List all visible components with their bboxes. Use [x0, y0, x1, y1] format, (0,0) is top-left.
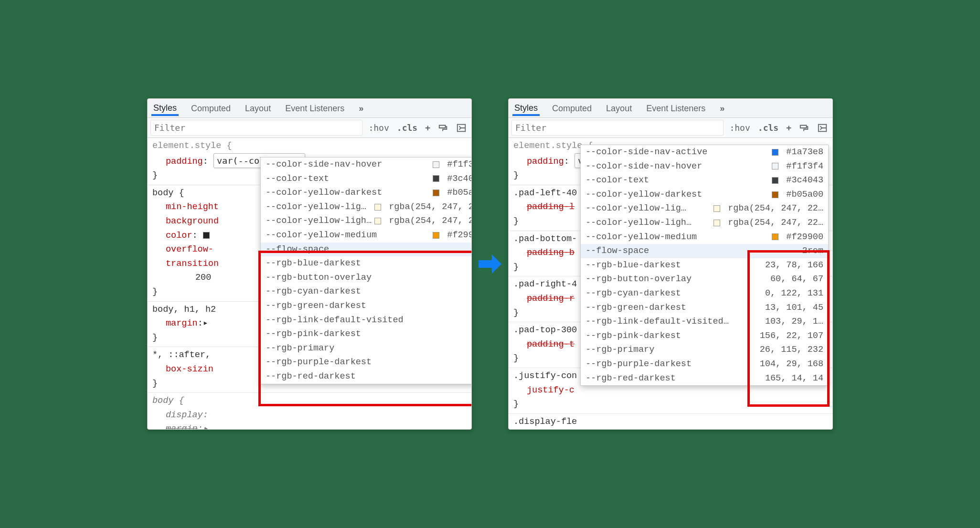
autocomplete-dropdown[interactable]: --color-side-nav-active#1a73e8--color-si… — [580, 145, 829, 386]
cls-toggle[interactable]: .cls — [756, 122, 780, 134]
property-name[interactable]: padding-b — [513, 248, 575, 258]
css-var-name: --rgb-pink-darkest — [266, 327, 471, 341]
css-var-value: rgba(254, 247, 22… — [389, 200, 471, 214]
autocomplete-item[interactable]: --rgb-primary — [261, 341, 471, 356]
autocomplete-item[interactable]: --color-yellow-medium#f29900 — [261, 228, 471, 243]
property-name[interactable]: padding — [513, 157, 564, 167]
autocomplete-dropdown[interactable]: --color-side-nav-hover#f1f3f4--color-tex… — [260, 157, 471, 384]
autocomplete-item[interactable]: --rgb-button-overlay — [261, 271, 471, 285]
autocomplete-item[interactable]: --color-yellow-lig…rgba(254, 247, 22… — [261, 200, 471, 214]
tab-styles[interactable]: Styles — [151, 100, 179, 116]
autocomplete-item[interactable]: --rgb-cyan-darkest — [261, 285, 471, 299]
tab-computed[interactable]: Computed — [189, 101, 233, 116]
css-var-name: --color-text — [586, 173, 772, 188]
tab-more[interactable]: » — [357, 101, 366, 116]
property-name[interactable]: background — [152, 216, 219, 226]
value-continuation: 200 — [152, 273, 211, 283]
css-var-value: 103, 29, 1… — [765, 315, 823, 329]
tab-event-listeners[interactable]: Event Listeners — [644, 101, 707, 116]
tab-styles[interactable]: Styles — [512, 100, 540, 116]
rule-body-ua[interactable]: body { display: margin:▸ — [148, 393, 471, 429]
tab-bar: Styles Computed Layout Event Listeners » — [148, 99, 471, 118]
autocomplete-item[interactable]: --rgb-primary26, 115, 232 — [581, 343, 828, 357]
autocomplete-item[interactable]: --rgb-green-darkest — [261, 299, 471, 313]
css-var-name: --rgb-blue-darkest — [586, 258, 760, 273]
selector-text: .justify-con — [513, 371, 577, 381]
rule-close-brace: } — [513, 399, 519, 409]
property-name[interactable]: margin — [152, 424, 198, 429]
autocomplete-item[interactable]: --rgb-green-darkest13, 101, 45 — [581, 301, 828, 315]
filter-input[interactable] — [150, 120, 362, 136]
autocomplete-item[interactable]: --color-text#3c4043 — [261, 172, 471, 186]
tab-layout[interactable]: Layout — [243, 101, 273, 116]
property-name[interactable]: transition — [152, 259, 219, 269]
dock-icon[interactable] — [454, 122, 469, 134]
autocomplete-item[interactable]: --rgb-purple-darkest104, 29, 168 — [581, 357, 828, 371]
autocomplete-item[interactable]: --rgb-red-darkest165, 14, 14 — [581, 371, 828, 386]
autocomplete-item[interactable]: --color-yellow-darkest#b05a00 — [581, 188, 828, 202]
color-swatch — [374, 204, 381, 211]
css-var-value: 26, 115, 232 — [760, 343, 823, 357]
dock-icon[interactable] — [815, 122, 830, 134]
autocomplete-item[interactable]: --flow-space — [261, 243, 471, 257]
autocomplete-item[interactable]: --rgb-pink-darkest — [261, 327, 471, 341]
autocomplete-item[interactable]: --color-side-nav-hover#f1f3f4 — [581, 159, 828, 174]
autocomplete-item[interactable]: --rgb-button-overlay60, 64, 67 — [581, 272, 828, 286]
autocomplete-item[interactable]: --color-yellow-lig…rgba(254, 247, 22… — [581, 201, 828, 216]
property-name[interactable]: box-sizin — [152, 364, 213, 374]
color-swatch — [433, 175, 439, 182]
css-var-name: --rgb-cyan-darkest — [266, 285, 471, 299]
property-name[interactable]: color — [152, 231, 192, 241]
property-name[interactable]: overflow- — [152, 244, 213, 254]
tab-layout[interactable]: Layout — [604, 101, 634, 116]
color-swatch[interactable] — [203, 232, 210, 239]
tab-more[interactable]: » — [718, 101, 727, 116]
cls-toggle[interactable]: .cls — [395, 122, 419, 134]
autocomplete-item[interactable]: --color-text#3c4043 — [581, 173, 828, 188]
rule-close-brace: } — [152, 333, 158, 343]
property-name[interactable]: padding-r — [513, 294, 575, 304]
property-name[interactable]: min-height — [152, 202, 219, 212]
css-var-value: #3c4043 — [786, 173, 823, 188]
paint-icon[interactable] — [797, 122, 811, 134]
new-rule-button[interactable]: + — [423, 122, 432, 134]
css-var-value: 23, 78, 166 — [765, 258, 823, 273]
property-name[interactable]: padding-l — [513, 202, 575, 212]
autocomplete-item[interactable]: --rgb-link-default-visited…103, 29, 1… — [581, 315, 828, 329]
autocomplete-item[interactable]: --color-yellow-ligh…rgba(254, 247, 22… — [581, 216, 828, 230]
autocomplete-item[interactable]: --rgb-purple-darkest — [261, 355, 471, 370]
hov-toggle[interactable]: :hov — [727, 122, 752, 134]
css-var-name: --color-yellow-lig… — [586, 201, 714, 216]
autocomplete-item[interactable]: --color-side-nav-hover#f1f3f4 — [261, 158, 471, 172]
autocomplete-item[interactable]: --rgb-cyan-darkest0, 122, 131 — [581, 286, 828, 301]
css-var-value: 156, 22, 107 — [760, 329, 823, 343]
rule-display-flex[interactable]: .display-fle — [509, 414, 832, 429]
property-name[interactable]: justify-c — [513, 385, 575, 395]
autocomplete-item[interactable]: --rgb-blue-darkest23, 78, 166 — [581, 258, 828, 273]
autocomplete-item[interactable]: --color-yellow-darkest#b05a00 — [261, 186, 471, 200]
paint-icon[interactable] — [436, 122, 450, 134]
autocomplete-item[interactable]: --color-side-nav-active#1a73e8 — [581, 145, 828, 159]
property-name[interactable]: display — [152, 410, 203, 420]
autocomplete-item[interactable]: --rgb-pink-darkest156, 22, 107 — [581, 329, 828, 343]
autocomplete-item[interactable]: --rgb-blue-darkest — [261, 256, 471, 271]
property-name[interactable]: margin — [152, 318, 198, 328]
new-rule-button[interactable]: + — [784, 122, 793, 134]
hov-toggle[interactable]: :hov — [366, 122, 391, 134]
autocomplete-item[interactable]: --rgb-red-darkest — [261, 370, 471, 384]
tab-computed[interactable]: Computed — [550, 101, 594, 116]
selector-text: .pad-top-300 — [513, 325, 577, 335]
css-var-value: #f1f3f4 — [786, 159, 823, 174]
autocomplete-item[interactable]: --rgb-link-default-visited — [261, 313, 471, 327]
tab-bar: Styles Computed Layout Event Listeners » — [509, 99, 832, 118]
autocomplete-item[interactable]: --color-yellow-medium#f29900 — [581, 230, 828, 244]
autocomplete-item[interactable]: --flow-space2rem — [581, 244, 828, 258]
property-name[interactable]: padding-t — [513, 339, 575, 349]
filter-input[interactable] — [511, 120, 724, 136]
autocomplete-item[interactable]: --color-yellow-ligh…rgba(254, 247, 22… — [261, 214, 471, 228]
tab-event-listeners[interactable]: Event Listeners — [283, 101, 346, 116]
styles-toolbar: :hov .cls + — [148, 118, 471, 138]
property-name[interactable]: padding — [152, 157, 203, 167]
css-var-name: --rgb-link-default-visited… — [586, 315, 760, 329]
css-var-name: --flow-space — [586, 244, 798, 258]
